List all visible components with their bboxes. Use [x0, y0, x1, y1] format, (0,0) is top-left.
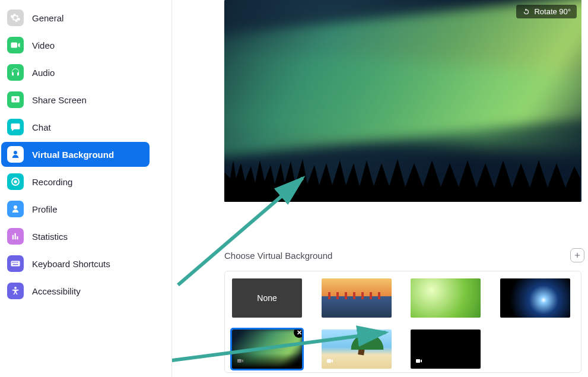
- accessibility-icon: [7, 283, 24, 299]
- sidebar-item-virtual-background[interactable]: Virtual Background: [1, 142, 150, 167]
- profile-icon: [7, 201, 24, 217]
- sidebar-item-recording[interactable]: Recording: [1, 169, 150, 194]
- video-icon: [414, 357, 424, 366]
- svg-rect-8: [17, 262, 18, 263]
- svg-point-10: [14, 287, 17, 289]
- keyboard-icon: [7, 255, 24, 272]
- sidebar-item-label: Recording: [32, 177, 72, 187]
- svg-point-2: [14, 180, 17, 183]
- sidebar-item-label: Share Screen: [32, 95, 87, 105]
- none-label: None: [257, 293, 276, 303]
- sidebar-item-video[interactable]: Video: [1, 33, 150, 58]
- add-background-button[interactable]: [570, 248, 584, 262]
- person-icon: [7, 146, 24, 163]
- sidebar-item-label: Accessibility: [32, 286, 81, 296]
- svg-rect-9: [13, 264, 18, 265]
- svg-rect-6: [15, 262, 16, 263]
- sidebar-item-label: Video: [32, 40, 55, 50]
- background-option-grass[interactable]: [411, 278, 481, 318]
- sidebar-item-label: Keyboard Shortcuts: [32, 259, 110, 269]
- background-option-none[interactable]: None: [232, 278, 302, 318]
- share-screen-icon: [7, 91, 24, 108]
- rotate-90-button[interactable]: Rotate 90°: [516, 5, 577, 18]
- choose-background-title: Choose Virtual Background: [224, 251, 332, 261]
- video-icon: [7, 37, 24, 53]
- sidebar-item-label: Profile: [32, 204, 58, 214]
- sidebar-item-label: Chat: [32, 122, 51, 132]
- sidebar-item-label: Statistics: [32, 232, 68, 242]
- remove-background-button[interactable]: ✕: [294, 330, 302, 338]
- record-icon: [7, 173, 24, 190]
- background-preview: Rotate 90°: [224, 0, 581, 202]
- plus-icon: [573, 251, 581, 259]
- rotate-icon: [522, 8, 530, 16]
- svg-rect-3: [11, 261, 20, 267]
- background-option-aurora[interactable]: ✕: [232, 330, 302, 369]
- background-option-bridge[interactable]: [322, 278, 392, 318]
- sidebar-item-chat[interactable]: Chat: [1, 115, 150, 140]
- background-option-earth[interactable]: [500, 278, 570, 318]
- gear-icon: [7, 9, 24, 26]
- settings-sidebar: General Video Audio Share Screen Chat: [0, 0, 172, 377]
- background-option-black[interactable]: [411, 330, 481, 369]
- sidebar-item-accessibility[interactable]: Accessibility: [1, 278, 150, 303]
- video-icon: [325, 357, 335, 366]
- background-gallery: None ✕: [224, 271, 581, 373]
- sidebar-item-statistics[interactable]: Statistics: [1, 224, 150, 249]
- sidebar-item-audio[interactable]: Audio: [1, 60, 150, 85]
- sidebar-item-share-screen[interactable]: Share Screen: [1, 87, 150, 112]
- sidebar-item-label: Audio: [32, 68, 55, 78]
- preview-treeline: [224, 131, 580, 202]
- virtual-background-panel: Rotate 90° Choose Virtual Background Non…: [172, 0, 588, 377]
- sidebar-item-label: Virtual Background: [32, 150, 114, 160]
- sidebar-item-keyboard-shortcuts[interactable]: Keyboard Shortcuts: [1, 251, 150, 276]
- video-icon: [236, 357, 245, 366]
- rotate-label: Rotate 90°: [534, 7, 571, 16]
- stats-icon: [7, 228, 24, 245]
- sidebar-item-profile[interactable]: Profile: [1, 197, 150, 221]
- sidebar-item-general[interactable]: General: [1, 5, 150, 30]
- sidebar-item-label: General: [32, 13, 63, 23]
- svg-rect-7: [16, 262, 17, 263]
- svg-rect-5: [13, 262, 14, 263]
- headphones-icon: [7, 64, 24, 81]
- chat-icon: [7, 119, 24, 135]
- svg-rect-4: [12, 262, 13, 263]
- background-option-beach[interactable]: [322, 330, 392, 369]
